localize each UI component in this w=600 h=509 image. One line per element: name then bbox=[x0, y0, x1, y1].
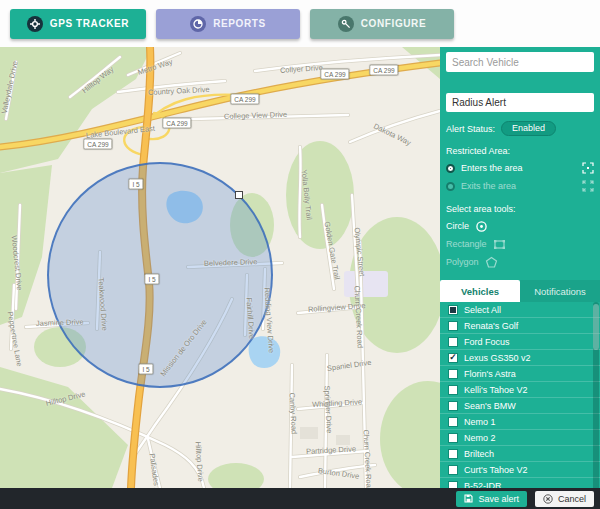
map-road-label: Olympic Street bbox=[353, 227, 367, 277]
option-label: Enters the area bbox=[461, 163, 575, 173]
bottom-action-bar: Save alert Cancel bbox=[0, 488, 600, 509]
cancel-icon bbox=[543, 494, 553, 504]
vehicle-checkbox[interactable] bbox=[448, 369, 458, 379]
vehicle-checkbox[interactable] bbox=[448, 465, 458, 475]
vehicle-label: Lexus GS350 v2 bbox=[464, 353, 531, 363]
map-labels: Valleydale DriveHilltop WayMetro WayCoun… bbox=[0, 47, 440, 488]
vehicle-checkbox[interactable] bbox=[448, 321, 458, 331]
vehicle-row[interactable]: Nemo 1 bbox=[440, 414, 600, 430]
vehicle-label: Nemo 1 bbox=[464, 417, 496, 427]
scrollbar-thumb[interactable] bbox=[593, 304, 599, 350]
map-road-label: Valleydale Drive bbox=[0, 60, 20, 114]
vehicle-row[interactable]: Ford Focus bbox=[440, 334, 600, 350]
tab-gps-tracker[interactable]: GPS TRACKER bbox=[10, 9, 146, 39]
alert-sidebar: Alert Status: Enabled Restricted Area: E… bbox=[440, 47, 600, 488]
tab-configure[interactable]: CONFIGURE bbox=[310, 9, 454, 39]
map-road-label: College View Drive bbox=[224, 110, 288, 121]
vehicle-row[interactable]: Lexus GS350 v2 bbox=[440, 350, 600, 366]
search-vehicle-input[interactable] bbox=[446, 52, 594, 72]
tool-rectangle[interactable]: Rectangle bbox=[446, 236, 594, 252]
vehicle-row[interactable]: Sean's BMW bbox=[440, 398, 600, 414]
option-enters-the-area[interactable]: Enters the area bbox=[446, 160, 594, 176]
route-shield: CA 299 bbox=[162, 118, 191, 129]
vehicle-row[interactable]: Briltech bbox=[440, 446, 600, 462]
map-road-label: Country Oak Drive bbox=[148, 85, 210, 97]
alert-status-toggle[interactable]: Enabled bbox=[501, 121, 556, 136]
map-road-label: Woodcrest Drive bbox=[10, 235, 25, 291]
map-road-label: Canby Road bbox=[288, 392, 299, 434]
map-road-label: Palisades Avenue bbox=[148, 453, 165, 488]
option-exits-the-area[interactable]: Exits the area bbox=[446, 178, 594, 194]
map-road-label: Fairhill Drive bbox=[245, 297, 257, 339]
vehicle-row[interactable]: Kelli's Tahoe V2 bbox=[440, 382, 600, 398]
tool-polygon[interactable]: Polygon bbox=[446, 254, 594, 270]
vehicle-row[interactable]: Renata's Golf bbox=[440, 318, 600, 334]
enter-area-icon bbox=[581, 162, 594, 175]
vehicle-label: Curt's Tahoe V2 bbox=[464, 465, 528, 475]
tool-circle[interactable]: Circle bbox=[446, 218, 594, 234]
vehicle-row[interactable]: Florin's Astra bbox=[440, 366, 600, 382]
vehicle-list: Select All Renata's Golf Ford Focus Lexu… bbox=[440, 302, 600, 495]
save-alert-button[interactable]: Save alert bbox=[456, 491, 527, 507]
vehicle-list-scrollbar[interactable] bbox=[593, 302, 599, 495]
vehicle-row[interactable]: Curt's Tahoe V2 bbox=[440, 462, 600, 478]
top-navigation: GPS TRACKER REPORTS CONFIGURE bbox=[0, 0, 600, 47]
option-label: Exits the area bbox=[461, 181, 575, 191]
tool-label: Polygon bbox=[446, 257, 479, 267]
area-tools-label: Select area tools: bbox=[446, 204, 594, 214]
sidebar-tabs: Vehicles Notifications bbox=[440, 280, 600, 302]
pie-chart-icon bbox=[190, 16, 206, 32]
map-road-label: Spaniel Drive bbox=[326, 358, 371, 373]
gps-target-icon bbox=[27, 16, 43, 32]
map-canvas[interactable]: Valleydale DriveHilltop WayMetro WayCoun… bbox=[0, 47, 440, 488]
vehicle-row[interactable]: Select All bbox=[440, 302, 600, 318]
tab-notifications[interactable]: Notifications bbox=[520, 280, 600, 302]
map-road-label: Churn Creek Road bbox=[362, 429, 374, 488]
vehicle-checkbox[interactable] bbox=[448, 417, 458, 427]
tab-reports[interactable]: REPORTS bbox=[156, 9, 300, 39]
restricted-area-label: Restricted Area: bbox=[446, 146, 594, 156]
route-shield: CA 299 bbox=[230, 94, 259, 105]
tab-label: CONFIGURE bbox=[361, 18, 426, 29]
route-shield: I 5 bbox=[138, 364, 153, 375]
vehicle-label: Ford Focus bbox=[464, 337, 510, 347]
route-shield: CA 299 bbox=[369, 65, 398, 76]
map-road-label: Springer Drive bbox=[323, 385, 334, 433]
vehicle-label: Select All bbox=[464, 305, 501, 315]
tab-vehicles[interactable]: Vehicles bbox=[440, 280, 520, 302]
vehicle-checkbox[interactable] bbox=[448, 433, 458, 443]
vehicle-row[interactable]: Nemo 2 bbox=[440, 430, 600, 446]
vehicle-label: Sean's BMW bbox=[464, 401, 516, 411]
map-road-label: Golden Gate Trail bbox=[323, 221, 342, 280]
alert-name-input[interactable] bbox=[446, 93, 594, 112]
vehicle-checkbox[interactable] bbox=[448, 305, 458, 315]
radio-unselected-icon[interactable] bbox=[446, 182, 455, 191]
map-road-label: Partridge Drive bbox=[306, 444, 356, 456]
cancel-button[interactable]: Cancel bbox=[535, 491, 594, 507]
map-road-label: Collyer Drive bbox=[280, 63, 323, 75]
vehicle-checkbox[interactable] bbox=[448, 449, 458, 459]
vehicle-checkbox[interactable] bbox=[448, 353, 458, 363]
route-shield: I 5 bbox=[128, 179, 143, 190]
map-road-label: Hilltop Way bbox=[80, 65, 115, 95]
map-road-label: Rollingview Drive bbox=[308, 301, 366, 314]
vehicle-checkbox[interactable] bbox=[448, 401, 458, 411]
save-label: Save alert bbox=[478, 494, 519, 504]
tool-label: Circle bbox=[446, 221, 469, 231]
rectangle-tool-icon bbox=[493, 238, 506, 251]
map-road-label: Belvedere Drive bbox=[204, 257, 258, 268]
vehicle-checkbox[interactable] bbox=[448, 385, 458, 395]
map-road-label: Hilltop Drive bbox=[45, 389, 86, 408]
map-road-label: Peppertree Lane bbox=[6, 311, 25, 368]
map-road-label: Whistling Drive bbox=[312, 397, 362, 409]
alert-status-label: Alert Status: bbox=[446, 124, 495, 134]
route-shield: CA 299 bbox=[83, 139, 112, 150]
vehicle-checkbox[interactable] bbox=[448, 337, 458, 347]
vehicle-label: Renata's Golf bbox=[464, 321, 518, 331]
polygon-tool-icon bbox=[485, 256, 498, 269]
radio-selected-icon[interactable] bbox=[446, 164, 455, 173]
vehicle-label: Kelli's Tahoe V2 bbox=[464, 385, 528, 395]
tab-label: GPS TRACKER bbox=[50, 18, 129, 29]
route-shield: CA 299 bbox=[320, 69, 349, 80]
tab-label: REPORTS bbox=[213, 18, 266, 29]
